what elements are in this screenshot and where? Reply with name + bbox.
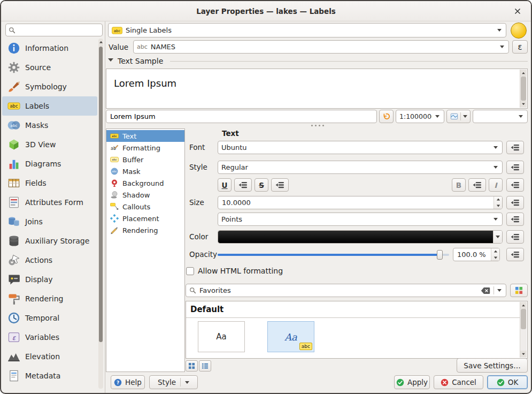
color-dropdown-arrow[interactable] xyxy=(493,231,502,243)
sidebar-item-attributes-form[interactable]: Attributes Form xyxy=(2,193,97,212)
sidebar-item-diagrams[interactable]: Diagrams xyxy=(2,154,97,173)
clear-filter-icon[interactable] xyxy=(481,287,490,294)
size-data-defined-button[interactable] xyxy=(506,196,524,209)
tab-text[interactable]: abc Text xyxy=(106,130,184,142)
expression-builder-button[interactable]: ε xyxy=(512,40,528,54)
scroll-up-arrow[interactable] xyxy=(98,39,103,46)
sidebar-scrollbar[interactable] xyxy=(98,39,103,389)
sidebar-search[interactable] xyxy=(5,24,103,36)
tab-shadow[interactable]: Shadow xyxy=(106,189,184,201)
divider xyxy=(494,286,494,294)
style-menu-button[interactable]: Style xyxy=(149,375,198,389)
sidebar-item-rendering[interactable]: Rendering xyxy=(2,289,97,308)
styles-scrollbar[interactable] xyxy=(520,302,527,358)
sidebar-item-source[interactable]: Source xyxy=(2,58,97,77)
tab-placement[interactable]: Placement xyxy=(106,213,184,224)
text-color-button[interactable] xyxy=(218,230,503,244)
scroll-up-arrow[interactable] xyxy=(520,302,527,309)
bold-data-defined-button[interactable] xyxy=(468,178,486,192)
sidebar-search-input[interactable] xyxy=(18,26,99,34)
sample-text-input[interactable] xyxy=(106,110,377,123)
sidebar-item-actions[interactable]: Actions xyxy=(2,251,97,270)
bold-button[interactable]: B xyxy=(452,178,466,192)
opacity-spinbox[interactable]: 100.0 % xyxy=(453,248,500,261)
font-combo[interactable]: Ubuntu xyxy=(218,141,503,154)
style-data-defined-button[interactable] xyxy=(506,161,524,174)
style-manager-button[interactable] xyxy=(510,284,528,297)
sidebar-item-temporal[interactable]: Temporal xyxy=(2,308,97,328)
cancel-button[interactable]: Cancel xyxy=(434,375,483,389)
scroll-down-arrow[interactable] xyxy=(520,101,527,108)
scroll-down-arrow[interactable] xyxy=(520,351,527,358)
auto-placement-settings-button[interactable] xyxy=(511,22,527,39)
preview-scale-combo[interactable]: 1:1000000 xyxy=(396,110,444,123)
scroll-up-arrow[interactable] xyxy=(520,70,527,77)
preview-scrollbar[interactable] xyxy=(520,70,527,108)
color-data-defined-button[interactable] xyxy=(506,230,524,244)
size-spinbox[interactable]: 10.0000 xyxy=(218,196,503,209)
font-style-combo[interactable]: Regular xyxy=(218,161,503,174)
sidebar-item-label: Temporal xyxy=(25,314,59,322)
sidebar-item-elevation[interactable]: Elevation xyxy=(2,347,97,366)
value-field-combo[interactable]: abc NAMES xyxy=(133,40,509,54)
sidebar-item-3d-view[interactable]: 3D View xyxy=(2,135,97,154)
splitter-handle[interactable] xyxy=(305,123,330,127)
sidebar-item-information[interactable]: Information xyxy=(2,39,97,58)
italic-letter: I xyxy=(494,181,497,190)
underline-data-defined-button[interactable] xyxy=(234,178,252,192)
size-unit-combo[interactable]: Points xyxy=(218,213,503,226)
strikethrough-button[interactable]: S xyxy=(255,178,268,192)
style-tile-default[interactable]: Aa xyxy=(198,321,245,352)
sidebar-item-auxiliary-storage[interactable]: Auxiliary Storage xyxy=(2,231,97,251)
3d-view-icon xyxy=(7,138,20,151)
style-filter-combo[interactable]: Favorites xyxy=(186,284,506,297)
tab-buffer[interactable]: abc Buffer xyxy=(106,154,184,165)
unit-data-defined-button[interactable] xyxy=(506,213,524,226)
tab-formatting[interactable]: ab Formatting xyxy=(106,142,184,154)
list-view-button[interactable] xyxy=(199,360,211,372)
sidebar-item-metadata[interactable]: Metadata xyxy=(2,366,97,385)
sidebar-item-symbology[interactable]: Symbology xyxy=(2,77,97,96)
tab-rendering[interactable]: Rendering xyxy=(106,224,184,236)
sidebar-item-masks[interactable]: abc Masks xyxy=(2,116,97,135)
icon-view-button[interactable] xyxy=(186,360,198,372)
sidebar-item-display[interactable]: Display xyxy=(2,270,97,289)
italic-button[interactable]: I xyxy=(489,178,503,192)
style-tile-selected[interactable]: Aa abc xyxy=(267,321,314,352)
spin-up-arrow[interactable] xyxy=(491,248,499,255)
rendering-tab-icon xyxy=(110,226,119,234)
scrollbar-handle[interactable] xyxy=(99,47,103,342)
collapse-triangle-icon[interactable] xyxy=(108,58,113,62)
close-button[interactable] xyxy=(511,5,524,18)
chevron-down-icon xyxy=(494,218,498,221)
sidebar-item-variables[interactable]: ε Variables xyxy=(2,328,97,347)
tab-mask[interactable]: abc Mask xyxy=(106,165,184,177)
slider-handle[interactable] xyxy=(437,250,443,260)
strikethrough-data-defined-button[interactable] xyxy=(271,178,289,192)
sidebar-item-labels[interactable]: abc Labels xyxy=(2,96,97,116)
spin-down-arrow[interactable] xyxy=(491,255,499,261)
opacity-slider[interactable] xyxy=(218,248,449,261)
italic-data-defined-button[interactable] xyxy=(506,178,524,192)
sidebar-item-fields[interactable]: Fields xyxy=(2,173,97,193)
preview-background-combo[interactable] xyxy=(473,110,528,123)
map-scale-button[interactable] xyxy=(446,110,471,123)
sidebar-item-joins[interactable]: Joins xyxy=(2,212,97,231)
tab-callouts[interactable]: Callouts xyxy=(106,201,184,213)
spin-down-arrow[interactable] xyxy=(494,203,502,209)
save-settings-button[interactable]: Save Settings… xyxy=(457,358,528,373)
size-label: Size xyxy=(189,198,204,207)
tab-background[interactable]: Background xyxy=(106,177,184,189)
help-button[interactable]: ? Help xyxy=(111,375,145,389)
spin-up-arrow[interactable] xyxy=(494,196,502,203)
allow-html-checkbox[interactable] xyxy=(186,267,194,275)
fields-icon xyxy=(7,177,20,190)
ok-button[interactable]: OK xyxy=(487,375,528,389)
label-mode-combo[interactable]: abc Single Labels xyxy=(108,23,506,37)
tab-label: Placement xyxy=(122,215,159,223)
font-data-defined-button[interactable] xyxy=(506,141,524,154)
reset-sample-button[interactable] xyxy=(379,110,394,123)
underline-button[interactable]: U xyxy=(218,178,232,192)
apply-button[interactable]: Apply xyxy=(394,375,430,389)
opacity-data-defined-button[interactable] xyxy=(506,248,524,261)
